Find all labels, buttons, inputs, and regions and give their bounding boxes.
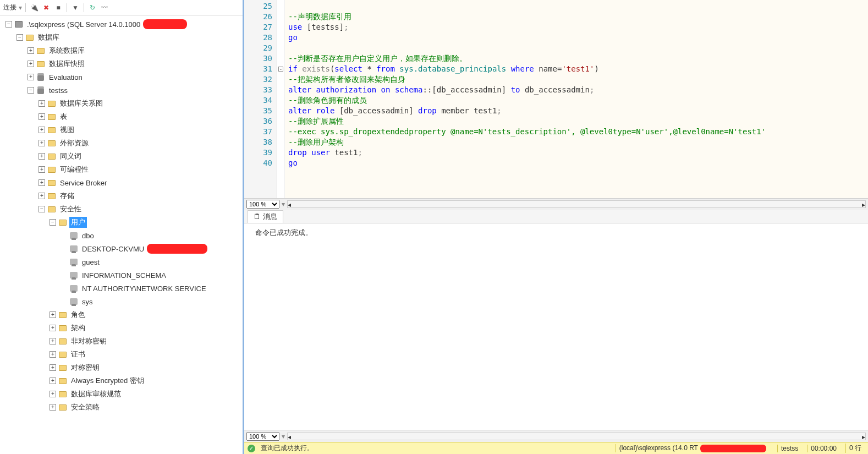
symkeys-node[interactable]: +对称密钥 [0,361,243,374]
results-zoom-bar: 100 % ▾ ◂▸ [244,430,868,442]
sysdb-node[interactable]: +系统数据库 [0,44,243,57]
tables-node[interactable]: +表 [0,110,243,123]
messages-tab[interactable]: 🗒消息 [248,210,283,223]
status-time: 00:00:00 [807,445,840,452]
status-connection: (local)\sqlexpress (14.0 RT [616,444,772,452]
connect-label[interactable]: 连接 [3,3,17,12]
sql-editor[interactable]: ⬍ 25262728293031323334353637383940 - --声… [244,0,868,198]
refresh-icon[interactable]: ↻ [87,3,97,13]
asymkeys-node[interactable]: +非对称密钥 [0,335,243,348]
status-message: 查询已成功执行。 [261,444,314,453]
editor-panel: ⬍ 25262728293031323334353637383940 - --声… [244,0,868,454]
audit-specs-node[interactable]: +数据库审核规范 [0,387,243,401]
server-node[interactable]: −.\sqlexpress (SQL Server 14.0.1000 [0,18,243,31]
message-text: 命令已成功完成。 [255,228,857,238]
results-hscroll[interactable]: ◂▸ [287,433,866,440]
db-evaluation[interactable]: +Evaluation [0,70,243,84]
editor-zoom-bar: 100 % ▾ ◂▸ [244,198,868,210]
user-dbo[interactable]: dbo [0,229,243,242]
line-gutter: 25262728293031323334353637383940 [244,0,277,198]
object-explorer: 连接 ▾ 🔌 ✖ ■ ▼ ↻ 〰 −.\sqlexpress (SQL Serv… [0,0,244,454]
users-node[interactable]: −用户 [0,216,243,229]
tree-hscroll[interactable] [0,445,243,454]
messages-icon: 🗒 [254,212,261,221]
explorer-toolbar: 连接 ▾ 🔌 ✖ ■ ▼ ↻ 〰 [0,0,243,15]
user-desktop[interactable]: DESKTOP-CKVMU [0,242,243,255]
object-tree: −.\sqlexpress (SQL Server 14.0.1000 −数据库… [0,15,243,445]
editor-hscroll[interactable]: ◂▸ [287,200,866,208]
results-tabbar: 🗒消息 [244,210,868,223]
storage-node[interactable]: +存储 [0,189,243,203]
disconnect-icon[interactable]: ✖ [41,3,51,13]
user-infoschema[interactable]: INFORMATION_SCHEMA [0,269,243,282]
db-testss[interactable]: −testss [0,84,243,97]
status-rows: 0 行 [845,444,865,453]
redacted [700,445,766,452]
programmability-node[interactable]: +可编程性 [0,163,243,176]
service-broker-node[interactable]: +Service Broker [0,176,243,189]
connect-icon[interactable]: 🔌 [29,3,39,13]
synonyms-node[interactable]: +同义词 [0,150,243,163]
diagrams-node[interactable]: +数据库关系图 [0,97,243,110]
code-area[interactable]: --声明数据库引用use [testss];go --判断是否存在用户自定义用户… [285,0,868,198]
sec-policies-node[interactable]: +安全策略 [0,401,243,414]
stop-icon[interactable]: ■ [53,3,63,13]
success-icon: ✓ [248,445,255,452]
redacted [143,19,187,29]
user-guest[interactable]: guest [0,255,243,269]
snapshots-node[interactable]: +数据库快照 [0,57,243,70]
views-node[interactable]: +视图 [0,123,243,136]
schemas-node[interactable]: +架构 [0,321,243,335]
filter-icon[interactable]: ▼ [70,3,80,13]
results-zoom-select[interactable]: 100 % [246,432,279,441]
user-nt[interactable]: NT AUTHORITY\NETWORK SERVICE [0,282,243,295]
ae-keys-node[interactable]: +Always Encrypted 密钥 [0,374,243,387]
activity-icon[interactable]: 〰 [100,3,109,13]
roles-node[interactable]: +角色 [0,308,243,321]
status-db: testss [777,445,801,452]
user-sys[interactable]: sys [0,295,243,308]
redacted [147,244,207,254]
databases-node[interactable]: −数据库 [0,31,243,44]
certs-node[interactable]: +证书 [0,348,243,361]
status-bar: ✓ 查询已成功执行。 (local)\sqlexpress (14.0 RT t… [244,442,868,454]
messages-pane: 命令已成功完成。 [244,223,868,430]
editor-zoom-select[interactable]: 100 % [246,200,279,209]
security-node[interactable]: −安全性 [0,203,243,216]
fold-column[interactable]: - [277,0,285,198]
external-resources-node[interactable]: +外部资源 [0,136,243,150]
